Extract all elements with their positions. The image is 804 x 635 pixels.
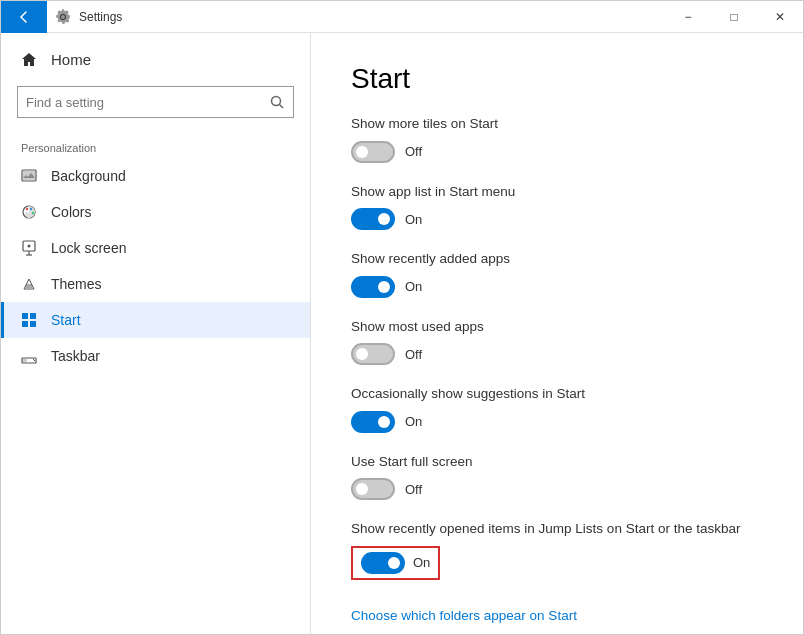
- setting-label-show-suggestions: Occasionally show suggestions in Start: [351, 385, 763, 403]
- svg-line-19: [33, 359, 35, 361]
- toggle-status-show-more-tiles: Off: [405, 144, 422, 159]
- sidebar-item-lockscreen[interactable]: Lock screen: [1, 230, 310, 266]
- setting-label-show-app-list: Show app list in Start menu: [351, 183, 763, 201]
- colors-icon: [21, 204, 37, 220]
- toggle-row-show-recently-added: On: [351, 276, 763, 298]
- setting-label-show-recently-added: Show recently added apps: [351, 250, 763, 268]
- toggle-show-app-list[interactable]: [351, 208, 395, 230]
- toggle-row-show-suggestions: On: [351, 411, 763, 433]
- minimize-button[interactable]: −: [665, 1, 711, 33]
- search-box: [17, 86, 294, 118]
- themes-icon: [21, 276, 37, 292]
- svg-point-6: [30, 208, 32, 210]
- toggle-status-show-app-list: On: [405, 212, 422, 227]
- toggle-status-show-most-used: Off: [405, 347, 422, 362]
- svg-rect-18: [23, 359, 27, 362]
- back-button[interactable]: [1, 1, 47, 33]
- sidebar-item-themes[interactable]: Themes: [1, 266, 310, 302]
- toggle-row-jump-lists: On: [351, 546, 763, 580]
- lockscreen-icon: [21, 240, 37, 256]
- setting-show-more-tiles: Show more tiles on Start Off: [351, 115, 763, 163]
- setting-label-full-screen: Use Start full screen: [351, 453, 763, 471]
- start-label: Start: [51, 312, 81, 328]
- toggle-full-screen[interactable]: [351, 478, 395, 500]
- toggle-show-suggestions[interactable]: [351, 411, 395, 433]
- start-icon: [21, 312, 37, 328]
- close-button[interactable]: ✕: [757, 1, 803, 33]
- toggle-row-show-more-tiles: Off: [351, 141, 763, 163]
- svg-point-7: [32, 212, 34, 214]
- toggle-show-more-tiles[interactable]: [351, 141, 395, 163]
- settings-window: Settings − □ ✕ Home: [0, 0, 804, 635]
- main-content: Start Show more tiles on Start Off Show …: [311, 33, 803, 634]
- setting-show-most-used: Show most used apps Off: [351, 318, 763, 366]
- toggle-row-full-screen: Off: [351, 478, 763, 500]
- choose-folders-link[interactable]: Choose which folders appear on Start: [351, 608, 577, 623]
- setting-show-recently-added: Show recently added apps On: [351, 250, 763, 298]
- svg-point-0: [272, 97, 281, 106]
- lockscreen-label: Lock screen: [51, 240, 126, 256]
- setting-jump-lists: Show recently opened items in Jump Lists…: [351, 520, 763, 580]
- sidebar-item-start[interactable]: Start: [1, 302, 310, 338]
- search-button[interactable]: [261, 87, 293, 117]
- highlighted-toggle-container: On: [351, 546, 440, 580]
- svg-point-11: [28, 245, 31, 248]
- toggle-show-recently-added[interactable]: [351, 276, 395, 298]
- page-title: Start: [351, 63, 763, 95]
- sidebar-item-background[interactable]: Background: [1, 158, 310, 194]
- setting-show-app-list: Show app list in Start menu On: [351, 183, 763, 231]
- section-label: Personalization: [1, 134, 310, 158]
- setting-full-screen: Use Start full screen Off: [351, 453, 763, 501]
- title-bar-title: Settings: [79, 10, 665, 24]
- search-input[interactable]: [18, 95, 261, 110]
- toggle-status-full-screen: Off: [405, 482, 422, 497]
- toggle-jump-lists[interactable]: [361, 552, 405, 574]
- sidebar-item-colors[interactable]: Colors: [1, 194, 310, 230]
- taskbar-icon: [21, 348, 37, 364]
- setting-label-show-more-tiles: Show more tiles on Start: [351, 115, 763, 133]
- maximize-button[interactable]: □: [711, 1, 757, 33]
- svg-rect-14: [30, 313, 36, 319]
- sidebar-item-home[interactable]: Home: [1, 41, 310, 78]
- svg-line-1: [280, 105, 284, 109]
- toggle-status-show-suggestions: On: [405, 414, 422, 429]
- setting-label-show-most-used: Show most used apps: [351, 318, 763, 336]
- toggle-row-show-app-list: On: [351, 208, 763, 230]
- window-controls: − □ ✕: [665, 1, 803, 33]
- content-area: Home Personalization: [1, 33, 803, 634]
- toggle-status-show-recently-added: On: [405, 279, 422, 294]
- svg-rect-16: [30, 321, 36, 327]
- home-label: Home: [51, 51, 91, 68]
- svg-rect-13: [22, 313, 28, 319]
- background-icon: [21, 168, 37, 184]
- colors-label: Colors: [51, 204, 91, 220]
- setting-show-suggestions: Occasionally show suggestions in Start O…: [351, 385, 763, 433]
- settings-app-icon: [55, 9, 71, 25]
- title-bar: Settings − □ ✕: [1, 1, 803, 33]
- sidebar-item-taskbar[interactable]: Taskbar: [1, 338, 310, 374]
- home-icon: [21, 52, 37, 68]
- toggle-show-most-used[interactable]: [351, 343, 395, 365]
- svg-rect-15: [22, 321, 28, 327]
- themes-label: Themes: [51, 276, 102, 292]
- toggle-status-jump-lists: On: [413, 555, 430, 570]
- svg-rect-3: [23, 171, 35, 180]
- taskbar-label: Taskbar: [51, 348, 100, 364]
- toggle-row-show-most-used: Off: [351, 343, 763, 365]
- sidebar: Home Personalization: [1, 33, 311, 634]
- setting-label-jump-lists: Show recently opened items in Jump Lists…: [351, 520, 763, 538]
- svg-point-5: [26, 208, 28, 210]
- background-label: Background: [51, 168, 126, 184]
- search-icon: [270, 95, 284, 109]
